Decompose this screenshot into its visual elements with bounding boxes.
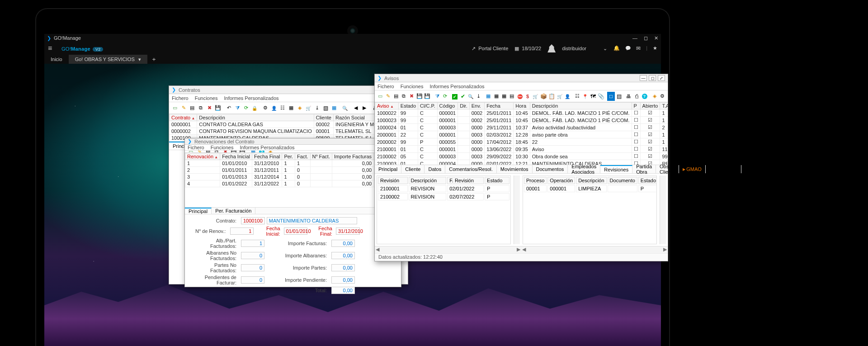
calendar2-icon[interactable] bbox=[493, 92, 500, 101]
tree-icon[interactable] bbox=[574, 92, 581, 101]
doc3-icon[interactable]: ▤ bbox=[615, 92, 623, 101]
nrenov-field[interactable]: 1 bbox=[230, 228, 254, 235]
export-icon[interactable] bbox=[475, 92, 482, 101]
table-row[interactable]: 00001000001LIMPIEZAP0,00 bbox=[524, 185, 657, 192]
tab-obras-servicios[interactable]: Go! OBRAS Y SERVICIOS ▾ bbox=[69, 55, 147, 64]
prev-icon[interactable] bbox=[352, 104, 360, 113]
rev-hscroll[interactable]: ◀▶ bbox=[375, 246, 521, 252]
print2-icon[interactable]: ⎙ bbox=[633, 92, 640, 101]
refresh-icon[interactable] bbox=[441, 92, 448, 101]
money-icon[interactable] bbox=[524, 92, 531, 101]
find-icon[interactable] bbox=[467, 92, 474, 101]
avisos-menu-informes[interactable]: Informes Personalizados bbox=[429, 84, 484, 89]
table-row[interactable]: 100002399C000001000225/01/201110:45DEMOL… bbox=[375, 117, 668, 124]
importe-albaranes-field[interactable]: 0,00 bbox=[331, 252, 355, 259]
menu-hamburger-icon[interactable]: ≡ bbox=[48, 44, 55, 52]
fecha-final-field[interactable]: 31/12/2010 bbox=[336, 228, 360, 235]
avisos-grid[interactable]: Aviso Estado Cl/C.P. Código Dir. Env. Fe… bbox=[375, 102, 668, 165]
table-row[interactable]: 401/01/202231/12/2022100,0000,000 bbox=[185, 180, 401, 187]
new-icon[interactable] bbox=[377, 92, 384, 101]
attach-icon[interactable]: 📎 bbox=[597, 92, 605, 101]
tab-inicio[interactable]: Inicio bbox=[44, 55, 69, 64]
revisiones-pane[interactable]: Revisión Descripción F. Revisión Estado … bbox=[377, 175, 511, 244]
fecha-inicial-field[interactable]: 01/01/2010 bbox=[284, 228, 308, 235]
send-icon[interactable]: □ bbox=[607, 92, 614, 101]
subtab-revisiones[interactable]: Revisiones bbox=[600, 165, 632, 173]
renov-menu-fichero[interactable]: Fichero bbox=[188, 145, 204, 150]
table-row[interactable]: 210000301C000004000002/01/202212:21MANTE… bbox=[375, 160, 668, 165]
table-row[interactable]: 200000299P000055000017/04/201218:4522☐☑1 bbox=[375, 138, 668, 146]
edit-icon[interactable] bbox=[384, 92, 392, 101]
os-restore-button[interactable]: ◻ bbox=[644, 35, 648, 41]
new-icon[interactable] bbox=[171, 104, 179, 113]
table-row[interactable]: 301/01/201331/12/2014100,0000,000 bbox=[185, 174, 401, 180]
chart-icon[interactable]: ▧ bbox=[321, 104, 330, 113]
help-icon[interactable] bbox=[641, 92, 648, 101]
gear-icon[interactable] bbox=[261, 104, 269, 113]
pend-field[interactable]: 0 bbox=[241, 276, 264, 284]
importe-facturas-field[interactable]: 0,00 bbox=[331, 240, 355, 247]
calendar-icon[interactable] bbox=[287, 104, 295, 113]
contratos-menu-funciones[interactable]: Funciones bbox=[195, 95, 218, 101]
os-close-button[interactable]: ✕ bbox=[654, 35, 658, 41]
subtab-obscliente[interactable]: Obs. Cliente bbox=[656, 165, 679, 173]
lock-icon[interactable] bbox=[250, 104, 259, 113]
calendar3-icon[interactable] bbox=[500, 92, 508, 101]
copy-icon[interactable] bbox=[400, 92, 407, 101]
partnf-field[interactable]: 0 bbox=[241, 264, 264, 271]
check-icon[interactable]: ✔ bbox=[459, 92, 467, 101]
date-display[interactable]: ▦ 18/10/22 bbox=[514, 46, 541, 52]
print-icon[interactable] bbox=[625, 92, 632, 101]
mail-icon[interactable] bbox=[636, 45, 641, 52]
table-row[interactable]: 100002401C000003000029/11/201110:37Aviso… bbox=[375, 124, 668, 131]
doc-icon[interactable] bbox=[392, 92, 400, 101]
user-avatar[interactable] bbox=[547, 44, 556, 52]
user-icon[interactable] bbox=[270, 104, 278, 113]
subtab-datosplan[interactable]: Datos Planificación bbox=[706, 165, 741, 173]
table-row[interactable]: 0000001CONTRATO CALDERA GAS00002INGENIER… bbox=[170, 121, 408, 128]
table-row[interactable]: 2100001REVISION02/01/2022P bbox=[378, 185, 509, 192]
user-icon[interactable] bbox=[564, 92, 571, 101]
subtab-cliente[interactable]: Cliente bbox=[401, 165, 425, 173]
importe-partes-field[interactable]: 0,00 bbox=[331, 264, 355, 271]
tag-icon[interactable] bbox=[651, 92, 658, 101]
subtab-documentos[interactable]: Documentos bbox=[533, 165, 568, 173]
proc-scrollbar[interactable] bbox=[660, 175, 666, 244]
contrato-desc-field[interactable]: MANTENIMIENTO CALDERAS bbox=[267, 217, 357, 224]
chat-icon[interactable] bbox=[625, 45, 631, 52]
rev-scrollbar[interactable] bbox=[514, 175, 520, 244]
tab-dropdown-icon[interactable]: ▾ bbox=[138, 57, 141, 62]
cart2-icon[interactable]: 📦 bbox=[540, 92, 547, 101]
doc-icon[interactable] bbox=[188, 104, 196, 113]
cart-icon[interactable] bbox=[304, 104, 312, 113]
calendar-icon[interactable] bbox=[485, 92, 492, 101]
proc-hscroll[interactable]: ◀▶ bbox=[521, 246, 668, 252]
albnf-field[interactable]: 0 bbox=[241, 252, 264, 259]
table-row[interactable]: 101/01/201031/12/2010110,0000,000 bbox=[185, 160, 401, 167]
gear-icon[interactable] bbox=[659, 92, 666, 101]
table-row[interactable]: 210000205C000003000329/09/202210:30Obra … bbox=[375, 153, 668, 160]
calendar2-icon[interactable] bbox=[330, 104, 338, 113]
renov-grid[interactable]: Renovación Fecha Inicial Fecha Final Per… bbox=[185, 153, 401, 207]
add-tab-button[interactable]: ＋ bbox=[147, 55, 160, 63]
subtab-principal[interactable]: Principal bbox=[375, 165, 401, 173]
subtab-gmao[interactable]: GMAO bbox=[679, 165, 706, 173]
undo-icon[interactable] bbox=[225, 104, 233, 113]
table-row[interactable]: 100002299C000001000225/01/201110:45DEMOL… bbox=[375, 109, 668, 117]
cart-icon[interactable] bbox=[532, 92, 539, 101]
edit-icon[interactable] bbox=[179, 104, 188, 113]
contratos-menu-fichero[interactable]: Fichero bbox=[172, 95, 189, 101]
subtab-movimientos[interactable]: Movimientos bbox=[497, 165, 533, 173]
export-icon[interactable] bbox=[313, 104, 321, 113]
ok-icon[interactable] bbox=[451, 92, 458, 101]
renov-tab-perfact[interactable]: Per. Facturación bbox=[212, 208, 255, 214]
subtab-partida[interactable]: Partida Obra bbox=[632, 165, 656, 173]
star-icon[interactable] bbox=[653, 45, 657, 52]
refresh-icon[interactable] bbox=[242, 104, 250, 113]
save-icon[interactable] bbox=[214, 104, 222, 113]
map-icon[interactable]: 🗺 bbox=[590, 92, 597, 101]
table-row[interactable]: 0000002CONTRATO REVISION MAQUINA CLIMATI… bbox=[170, 128, 408, 135]
renov-menu-informes[interactable]: Informes Personalizados bbox=[240, 145, 294, 150]
cart4-icon[interactable] bbox=[556, 92, 563, 101]
avisos-menu-funciones[interactable]: Funciones bbox=[401, 84, 424, 89]
